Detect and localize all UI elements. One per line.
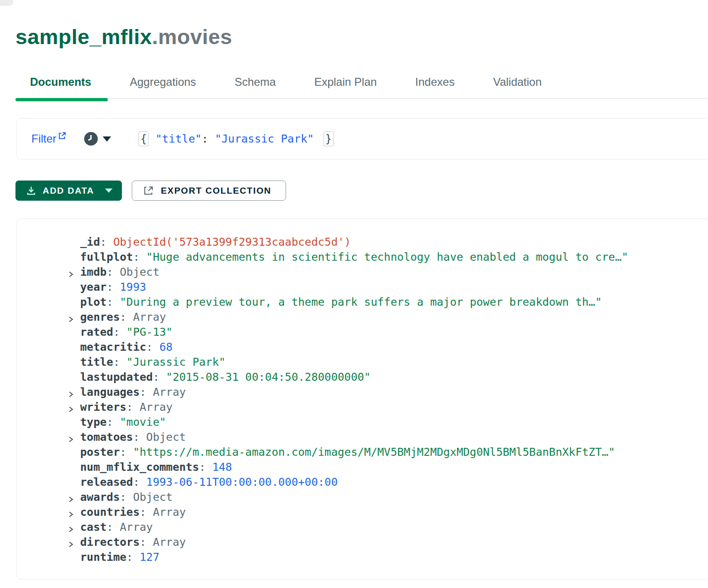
field-colon: :	[140, 385, 153, 399]
field-value: Array	[153, 385, 186, 399]
collection-name: .movies	[152, 25, 232, 49]
field-value: Object	[120, 265, 160, 279]
document-field-row[interactable]: title: "Jurassic Park"	[17, 354, 708, 369]
field-value: "2015-08-31 00:04:50.280000000"	[166, 370, 371, 384]
field-colon: :	[100, 235, 113, 249]
field-colon: :	[120, 490, 133, 504]
field-key: directors	[80, 535, 140, 549]
field-key: writers	[80, 400, 127, 414]
field-value: 127	[140, 550, 159, 564]
tab-indexes[interactable]: Indexes	[415, 75, 455, 89]
document-field-row[interactable]: languages: Array	[17, 384, 708, 400]
field-value: "During a preview tour, a theme park suf…	[120, 295, 602, 309]
document-field-row[interactable]: runtime: 127	[17, 550, 708, 565]
field-key: year	[80, 280, 106, 294]
tab-schema[interactable]: Schema	[234, 75, 276, 89]
filter-link[interactable]: Filter	[31, 132, 67, 145]
field-colon: :	[113, 355, 126, 369]
download-icon	[26, 185, 37, 196]
document-field-row[interactable]: poster: "https://m.media-amazon.com/imag…	[17, 445, 708, 460]
chevron-down-icon	[105, 188, 113, 193]
page-title: sample_mflix.movies	[15, 25, 708, 49]
document-field-row[interactable]: writers: Array	[17, 400, 708, 415]
document-card: _id: ObjectId('573a1399f29313caabcedc5d'…	[16, 219, 708, 580]
filter-label: Filter	[31, 132, 56, 145]
field-value: Array	[140, 400, 173, 414]
document-field-row[interactable]: year: 1993	[17, 279, 708, 294]
query-input[interactable]: { "title" : "Jurassic Park" }	[138, 131, 333, 146]
export-collection-button[interactable]: EXPORT COLLECTION	[132, 181, 286, 201]
document-field-row[interactable]: type: "movie"	[17, 415, 708, 430]
field-key: num_mflix_comments	[80, 460, 199, 474]
field-colon: :	[120, 310, 133, 324]
document-field-row[interactable]: awards: Object	[17, 490, 708, 505]
add-data-button[interactable]: ADD DATA	[15, 181, 122, 201]
field-key: genres	[80, 310, 120, 324]
document-field-row[interactable]: fullplot: "Huge advancements in scientif…	[17, 249, 708, 264]
field-colon: :	[106, 265, 120, 279]
field-colon: :	[153, 370, 166, 384]
field-key: runtime	[80, 550, 127, 564]
document-field-row[interactable]: _id: ObjectId('573a1399f29313caabcedc5d'…	[17, 234, 708, 249]
close-brace: }	[324, 131, 334, 146]
document-field-row[interactable]: num_mflix_comments: 148	[17, 460, 708, 475]
external-link-icon	[58, 131, 67, 140]
query-history-control[interactable]	[84, 132, 111, 146]
tab-aggregations[interactable]: Aggregations	[130, 75, 196, 89]
field-key: title	[80, 355, 113, 369]
query-field: "title"	[156, 132, 202, 145]
field-key: _id	[80, 235, 100, 249]
document-field-row[interactable]: released: 1993-06-11T00:00:00.000+00:00	[17, 475, 708, 490]
field-key: metacritic	[80, 340, 146, 354]
tab-validation[interactable]: Validation	[493, 75, 542, 89]
add-data-label: ADD DATA	[43, 186, 94, 196]
document-field-row[interactable]: plot: "During a preview tour, a theme pa…	[17, 294, 708, 309]
field-colon: :	[120, 445, 133, 459]
field-key: plot	[80, 295, 106, 309]
field-key: languages	[80, 385, 140, 399]
field-colon: :	[133, 430, 146, 444]
field-value: Array	[133, 310, 166, 324]
field-value: Object	[133, 490, 173, 504]
document-field-row[interactable]: metacritic: 68	[17, 339, 708, 354]
field-key: rated	[80, 325, 113, 339]
field-key: imdb	[80, 265, 106, 279]
field-value: "movie"	[120, 415, 166, 429]
field-value: "PG-13"	[127, 325, 173, 339]
document-field-row[interactable]: imdb: Object	[17, 264, 708, 279]
field-colon: :	[127, 400, 140, 414]
field-colon: :	[127, 550, 140, 564]
field-value: Array	[120, 520, 153, 534]
field-key: fullplot	[80, 250, 133, 264]
field-key: type	[80, 415, 106, 429]
export-collection-label: EXPORT COLLECTION	[161, 186, 271, 196]
field-key: tomatoes	[80, 430, 133, 444]
document-field-row[interactable]: tomatoes: Object	[17, 430, 708, 445]
document-field-row[interactable]: directors: Array	[17, 535, 708, 550]
document-field-row[interactable]: genres: Array	[17, 309, 708, 324]
field-value: Object	[146, 430, 186, 444]
field-key: awards	[80, 490, 120, 504]
chevron-down-icon	[103, 136, 111, 142]
clock-icon	[84, 132, 98, 146]
field-key: poster	[80, 445, 120, 459]
document-field-row[interactable]: countries: Array	[17, 505, 708, 520]
document-field-row[interactable]: rated: "PG-13"	[17, 324, 708, 339]
field-value: 1993	[120, 280, 146, 294]
query-value: "Jurassic Park"	[215, 132, 314, 145]
field-colon: :	[133, 250, 146, 264]
field-colon: :	[106, 295, 120, 309]
document-field-row[interactable]: lastupdated: "2015-08-31 00:04:50.280000…	[17, 369, 708, 384]
open-brace: {	[138, 131, 149, 146]
field-value: "Jurassic Park"	[127, 355, 226, 369]
tab-documents[interactable]: Documents	[30, 75, 91, 89]
query-colon: :	[202, 132, 208, 145]
field-colon: :	[113, 325, 126, 339]
namespace-name: sample_mflix	[15, 25, 152, 49]
toolbar: ADD DATA EXPORT COLLECTION	[15, 181, 708, 201]
panel-corner-remnant	[0, 0, 13, 6]
collection-tabs: Documents Aggregations Schema Explain Pl…	[30, 75, 708, 99]
document-field-row[interactable]: cast: Array	[17, 520, 708, 535]
field-colon: :	[106, 415, 120, 429]
tab-explain-plan[interactable]: Explain Plan	[314, 75, 377, 89]
